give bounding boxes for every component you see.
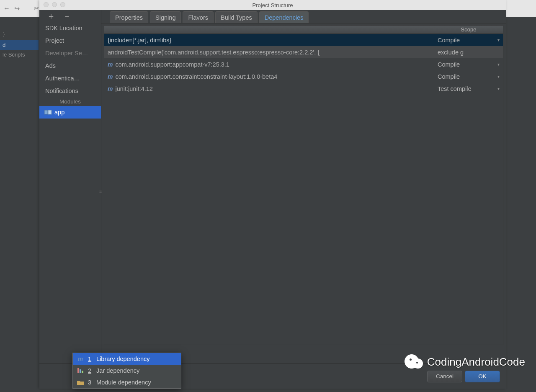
sidebar-modules-header: Modules: [39, 97, 101, 106]
back-icon[interactable]: ←: [3, 5, 10, 12]
svg-rect-2: [77, 368, 79, 373]
sidebar-item-ads[interactable]: Ads: [39, 59, 101, 72]
maven-icon: m: [77, 356, 84, 362]
sidebar: ＋ － SDK Location Project Developer Se… A…: [39, 10, 101, 364]
popup-item-label: Jar dependency: [96, 367, 139, 374]
project-structure-dialog: Project Structure ＋ － SDK Location Proje…: [39, 0, 506, 389]
dialog-title: Project Structure: [253, 2, 293, 8]
tabs: PropertiesSigningFlavorsBuild TypesDepen…: [101, 10, 506, 23]
table-row[interactable]: {include=[*.jar], dir=libs}Compile▾: [104, 34, 503, 46]
table-row[interactable]: mjunit:junit:4.12Test compile▾: [104, 83, 503, 95]
maven-icon: m: [108, 85, 113, 92]
table-header: Scope: [104, 25, 503, 34]
scope-dropdown-icon[interactable]: ▾: [497, 62, 500, 67]
tab-signing[interactable]: Signing: [150, 11, 181, 23]
popup-item-number: 1: [88, 356, 91, 362]
maven-icon: m: [108, 73, 113, 80]
sidebar-item-authentication[interactable]: Authentica…: [39, 72, 101, 85]
sidebar-toolbar: ＋ －: [39, 10, 101, 22]
wechat-icon: [405, 353, 423, 371]
forward-icon[interactable]: ↪: [14, 5, 20, 13]
ok-button[interactable]: OK: [465, 371, 500, 382]
scope-value: Compile: [438, 61, 460, 68]
scope-value: Compile: [438, 37, 460, 44]
module-label: app: [54, 108, 64, 117]
popup-item-label: Library dependency: [96, 356, 149, 362]
dependency-text: androidTestCompile('com.android.support.…: [108, 49, 320, 56]
popup-item-library-dependency[interactable]: m1 Library dependency: [73, 353, 181, 365]
svg-rect-1: [48, 110, 52, 114]
table-row[interactable]: mcom.android.support:appcompat-v7:25.3.1…: [104, 58, 503, 70]
tab-dependencies[interactable]: Dependencies: [259, 11, 309, 23]
content-panel: PropertiesSigningFlavorsBuild TypesDepen…: [101, 10, 506, 364]
dialog-titlebar: Project Structure: [39, 0, 506, 10]
scope-value: exclude g: [438, 49, 464, 56]
dependency-text: com.android.support:appcompat-v7:25.3.1: [115, 61, 229, 68]
dependency-text: junit:junit:4.12: [115, 85, 152, 92]
sidebar-item-project[interactable]: Project: [39, 34, 101, 47]
scope-value: Test compile: [438, 85, 472, 92]
popup-item-label: Module dependency: [96, 379, 151, 386]
dependency-text: com.android.support.constraint:constrain…: [115, 73, 277, 80]
cancel-button[interactable]: Cancel: [427, 371, 462, 382]
table-row[interactable]: androidTestCompile('com.android.support.…: [104, 46, 503, 58]
sidebar-module-app[interactable]: app: [39, 106, 101, 119]
scope-header: Scope: [434, 26, 503, 34]
dependencies-table: {include=[*.jar], dir=libs}Compile▾andro…: [104, 34, 503, 345]
add-icon[interactable]: ＋: [47, 10, 55, 22]
tab-build-types[interactable]: Build Types: [215, 11, 258, 23]
watermark: CodingAndroidCode: [405, 353, 525, 371]
scope-dropdown-icon[interactable]: ▾: [497, 86, 500, 91]
remove-icon[interactable]: －: [63, 10, 71, 22]
dependency-text: {include=[*.jar], dir=libs}: [108, 37, 171, 44]
cut-icon[interactable]: ✂: [34, 5, 39, 12]
svg-rect-4: [82, 371, 83, 373]
sidebar-item-sdk-location[interactable]: SDK Location: [39, 22, 101, 34]
popup-item-module-dependency[interactable]: 3 Module dependency: [73, 377, 181, 388]
maven-icon: m: [108, 61, 113, 68]
project-tree-behind: 〉 d le Scripts: [0, 27, 39, 59]
add-dependency-popup: m1 Library dependency2 Jar dependency3 M…: [72, 353, 181, 389]
tab-flavors[interactable]: Flavors: [183, 11, 214, 23]
tab-properties[interactable]: Properties: [110, 11, 148, 23]
popup-item-number: 2: [88, 367, 91, 374]
window-controls[interactable]: [44, 2, 65, 7]
popup-item-jar-dependency[interactable]: 2 Jar dependency: [73, 365, 181, 377]
jar-icon: [77, 368, 84, 373]
scope-dropdown-icon[interactable]: ▾: [497, 38, 500, 42]
module-icon: [44, 109, 52, 115]
scope-dropdown-icon[interactable]: ▾: [497, 74, 500, 79]
svg-rect-0: [44, 110, 48, 114]
folder-icon: [77, 380, 84, 385]
sidebar-item-notifications[interactable]: Notifications: [39, 85, 101, 97]
svg-rect-3: [80, 369, 81, 373]
scope-value: Compile: [438, 73, 460, 80]
popup-item-number: 3: [88, 379, 91, 386]
watermark-text: CodingAndroidCode: [427, 356, 525, 369]
sidebar-item-developer-services[interactable]: Developer Se…: [39, 47, 101, 59]
table-row[interactable]: mcom.android.support.constraint:constrai…: [104, 70, 503, 83]
